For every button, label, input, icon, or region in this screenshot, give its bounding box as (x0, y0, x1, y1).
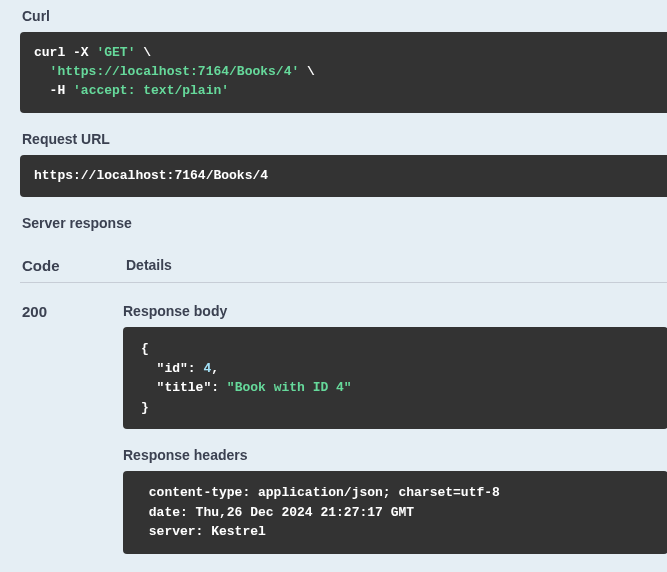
body-val-title: "Book with ID 4" (227, 380, 352, 395)
body-key-id: "id" (157, 361, 188, 376)
curl-codeblock[interactable]: curl -X 'GET' \ 'https://localhost:7164/… (20, 32, 667, 113)
body-comma1: , (211, 361, 219, 376)
response-headers-text: content-type: application/json; charset=… (141, 485, 508, 539)
body-indent2 (141, 380, 157, 395)
body-close: } (141, 400, 149, 415)
request-url-block[interactable]: https://localhost:7164/Books/4 (20, 155, 667, 198)
curl-cont2: \ (299, 64, 315, 79)
code-column-header: Code (22, 257, 126, 274)
body-key-title: "title" (157, 380, 212, 395)
curl-label: Curl (22, 8, 667, 24)
body-colon1: : (188, 361, 204, 376)
response-code: 200 (22, 303, 123, 572)
response-body-block[interactable]: { "id": 4, "title": "Book with ID 4" } (123, 327, 667, 429)
body-open: { (141, 341, 149, 356)
body-colon2: : (211, 380, 227, 395)
body-indent1 (141, 361, 157, 376)
response-body-label: Response body (123, 303, 667, 319)
curl-cmd: curl (34, 45, 65, 60)
details-column-header: Details (126, 257, 172, 274)
response-headers-label: Response headers (123, 447, 667, 463)
response-table-header: Code Details (20, 239, 667, 283)
request-url-label: Request URL (22, 131, 667, 147)
curl-flag-x: -X (73, 45, 89, 60)
curl-url: 'https://localhost:7164/Books/4' (50, 64, 300, 79)
server-response-label: Server response (22, 215, 667, 231)
response-headers-block[interactable]: content-type: application/json; charset=… (123, 471, 667, 554)
request-url-text: https://localhost:7164/Books/4 (34, 168, 268, 183)
curl-method: 'GET' (96, 45, 135, 60)
curl-accept: 'accept: text/plain' (73, 83, 229, 98)
curl-cont1: \ (135, 45, 151, 60)
response-row: 200 Response body { "id": 4, "title": "B… (20, 283, 667, 572)
curl-flag-h: -H (50, 83, 66, 98)
response-details: Response body { "id": 4, "title": "Book … (123, 303, 667, 572)
